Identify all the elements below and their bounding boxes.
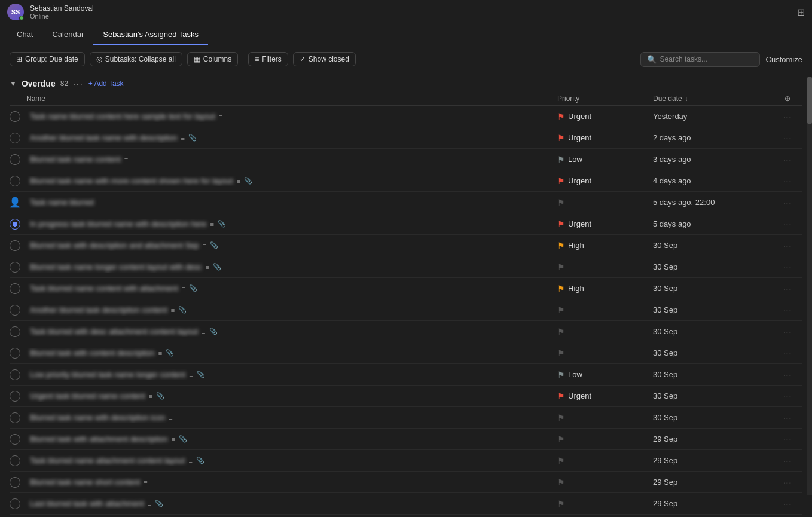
row-more-button[interactable]: ··· — [773, 478, 802, 487]
task-checkbox[interactable] — [10, 369, 20, 380]
section-more-button[interactable]: ··· — [73, 79, 84, 88]
section-collapse-icon[interactable]: ▼ — [10, 79, 17, 88]
task-name-cell: In progress task blurred name with descr… — [10, 219, 557, 230]
task-checkbox[interactable] — [10, 434, 20, 445]
scrollbar-thumb[interactable] — [807, 77, 812, 124]
task-name: Blurred task name short content — [30, 478, 140, 487]
task-checkbox[interactable] — [10, 262, 20, 273]
column-actions-header[interactable]: ⊕ — [773, 94, 802, 103]
task-checkbox[interactable]: 👤 — [10, 197, 20, 208]
table-row: Blurred task with attachment description… — [10, 429, 802, 450]
priority-flag-icon: ⚑ — [557, 478, 565, 487]
task-name-cell: Blurred task with content description ≡ … — [10, 348, 557, 359]
task-checkbox[interactable] — [10, 477, 20, 488]
attachment-icon: 📎 — [155, 500, 163, 507]
description-icon: ≡ — [219, 113, 222, 120]
check-circle-icon: ✓ — [300, 55, 306, 63]
customize-button[interactable]: Customize — [766, 55, 802, 64]
row-more-button[interactable]: ··· — [773, 219, 802, 229]
priority-cell: ⚑ — [557, 305, 653, 315]
task-checkbox[interactable] — [10, 391, 20, 402]
priority-flag-icon: ⚑ — [557, 262, 565, 272]
attachment-icon: 📎 — [188, 134, 197, 142]
priority-label: High — [568, 241, 584, 250]
task-checkbox[interactable] — [10, 348, 20, 359]
section-title: Overdue — [22, 79, 56, 88]
search-input[interactable] — [660, 55, 753, 63]
duedate-cell: 29 Sep — [653, 435, 773, 443]
row-more-button[interactable]: ··· — [773, 391, 802, 401]
row-more-button[interactable]: ··· — [773, 112, 802, 121]
task-checkbox[interactable] — [10, 326, 20, 337]
toolbar: ⊞ Group: Due date ◎ Subtasks: Collapse a… — [0, 45, 812, 73]
column-name-header: Name — [10, 94, 557, 103]
task-name: Another blurred task name with descripti… — [30, 133, 177, 142]
attachment-icon: 📎 — [197, 371, 205, 378]
task-checkbox[interactable] — [10, 133, 20, 143]
row-more-button[interactable]: ··· — [773, 435, 802, 444]
task-list: Task name blurred content here sample te… — [10, 106, 802, 515]
row-more-button[interactable]: ··· — [773, 305, 802, 315]
tab-tasks[interactable]: Sebastian's Assigned Tasks — [93, 24, 208, 45]
task-checkbox[interactable] — [10, 455, 20, 466]
row-more-button[interactable]: ··· — [773, 133, 802, 143]
task-checkbox[interactable] — [10, 240, 20, 251]
show-closed-button[interactable]: ✓ Show closed — [293, 52, 356, 66]
row-more-button[interactable]: ··· — [773, 262, 802, 272]
table-row: Blurred task name with description icon … — [10, 407, 802, 429]
priority-flag-icon: ⚑ — [557, 155, 565, 164]
user-name: Sebastian Sandoval — [30, 4, 94, 13]
attachment-icon: 📎 — [213, 263, 221, 271]
description-icon: ≡ — [181, 134, 184, 142]
priority-cell: ⚑ — [557, 198, 653, 207]
task-checkbox[interactable] — [10, 283, 20, 294]
row-more-button[interactable]: ··· — [773, 198, 802, 207]
column-priority-header[interactable]: Priority — [557, 94, 653, 103]
task-checkbox[interactable] — [10, 498, 20, 509]
priority-flag-icon: ⚑ — [557, 241, 565, 250]
task-name: Low priority blurred task name longer co… — [30, 370, 185, 379]
panel-toggle-icon[interactable]: ⊞ — [797, 7, 805, 17]
task-checkbox[interactable] — [10, 176, 20, 186]
row-more-button[interactable]: ··· — [773, 413, 802, 423]
task-name-cell: Task name blurred content here sample te… — [10, 111, 557, 122]
group-icon: ⊞ — [16, 55, 22, 63]
row-more-button[interactable]: ··· — [773, 499, 802, 509]
search-box[interactable]: 🔍 — [640, 52, 760, 67]
description-icon: ≡ — [237, 178, 240, 185]
priority-cell: ⚑ Urgent — [557, 176, 653, 186]
row-more-button[interactable]: ··· — [773, 284, 802, 293]
row-more-button[interactable]: ··· — [773, 348, 802, 358]
group-button[interactable]: ⊞ Group: Due date — [10, 52, 85, 66]
priority-cell: ⚑ Urgent — [557, 219, 653, 229]
task-checkbox[interactable] — [10, 305, 20, 316]
row-more-button[interactable]: ··· — [773, 241, 802, 250]
task-checkbox[interactable] — [10, 154, 20, 165]
task-checkbox[interactable] — [10, 111, 20, 122]
row-more-button[interactable]: ··· — [773, 176, 802, 186]
subtasks-icon: ◎ — [96, 55, 102, 63]
tab-chat[interactable]: Chat — [7, 24, 42, 45]
description-icon: ≡ — [203, 242, 206, 249]
tab-calendar[interactable]: Calendar — [42, 24, 93, 45]
columns-button[interactable]: ▦ Columns — [187, 52, 238, 66]
filters-button[interactable]: ≡ Filters — [248, 52, 288, 66]
priority-label: Low — [568, 155, 582, 164]
duedate-cell: 30 Sep — [653, 370, 773, 379]
priority-label: Urgent — [568, 133, 591, 142]
duedate-cell: Yesterday — [653, 112, 773, 121]
row-more-button[interactable]: ··· — [773, 456, 802, 466]
task-name: Blurred task with attachment description — [30, 435, 168, 443]
row-more-button[interactable]: ··· — [773, 370, 802, 380]
task-checkbox[interactable] — [10, 219, 20, 230]
task-checkbox[interactable] — [10, 412, 20, 423]
toolbar-separator — [243, 54, 243, 65]
add-task-button[interactable]: + Add Task — [88, 79, 124, 88]
duedate-cell: 30 Sep — [653, 241, 773, 250]
scrollbar-track[interactable] — [807, 77, 812, 495]
column-duedate-header[interactable]: Due date ↓ — [653, 94, 773, 103]
duedate-cell: 29 Sep — [653, 478, 773, 487]
row-more-button[interactable]: ··· — [773, 155, 802, 164]
subtasks-button[interactable]: ◎ Subtasks: Collapse all — [90, 52, 182, 66]
row-more-button[interactable]: ··· — [773, 327, 802, 336]
